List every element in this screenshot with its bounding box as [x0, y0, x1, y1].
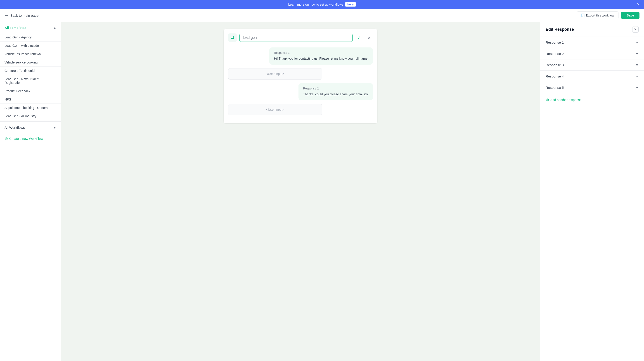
all-workflows-label: All Workflows: [4, 126, 25, 129]
workflow-title-row: ⇄ ✓ ✕: [228, 33, 373, 42]
add-another-response-button[interactable]: ⊕ Add another response: [540, 93, 644, 106]
response-accordion-3: Response 3 ▼: [540, 59, 644, 71]
response-accordion-header-3[interactable]: Response 3 ▼: [540, 59, 644, 70]
right-panel: Edit Response ✕ Response 1 ▼ Response 2 …: [540, 22, 644, 361]
add-another-plus-icon: ⊕: [546, 97, 549, 102]
response-1-text: Hi! Thank you for contacting us. Please …: [274, 56, 368, 61]
main-layout: All Templates ▲ Lead Gen - Agency Lead G…: [0, 22, 644, 361]
banner-here-link[interactable]: here: [345, 2, 356, 6]
workflow-card: ⇄ ✓ ✕ Response 1 Hi! Thank you for conta…: [224, 29, 378, 123]
workflow-icon: ⇄: [228, 33, 237, 42]
nav-actions: 📄 Export this workflow Save: [576, 11, 640, 19]
sidebar: All Templates ▲ Lead Gen - Agency Lead G…: [0, 22, 61, 361]
top-nav: ← Back to main page 📄 Export this workfl…: [0, 9, 644, 22]
response-accordion-header-4[interactable]: Response 4 ▼: [540, 71, 644, 82]
user-input-1-box: <User input>: [228, 68, 322, 79]
sidebar-item-lead-gen-agency[interactable]: Lead Gen - Agency: [0, 33, 61, 41]
response-1-bubble[interactable]: Response 1 Hi! Thank you for contacting …: [269, 47, 373, 65]
sidebar-item-capture-testimonial[interactable]: Capture a Testimonial: [0, 67, 61, 75]
response-accordion-header-5[interactable]: Response 5 ▼: [540, 82, 644, 93]
right-panel-title: Edit Response: [546, 27, 574, 32]
sidebar-item-lead-gen-student[interactable]: Lead Gen - New Student Registration: [0, 75, 61, 87]
response-5-chevron-icon: ▼: [636, 86, 638, 89]
all-templates-label: All Templates: [4, 26, 26, 29]
canvas-area: ⇄ ✓ ✕ Response 1 Hi! Thank you for conta…: [61, 22, 540, 361]
banner-text: Learn more on how to set up workflows: [288, 3, 343, 6]
response-1-label: Response 1: [274, 51, 368, 54]
sidebar-item-vehicle-insurance[interactable]: Vehicle Insurance renewal: [0, 50, 61, 58]
sidebar-item-vehicle-service[interactable]: Vehicle service booking: [0, 58, 61, 67]
response-1-container: Response 1 Hi! Thank you for contacting …: [228, 47, 373, 65]
user-input-2-box: <User input>: [228, 104, 322, 115]
response-accordion-label-5: Response 5: [546, 86, 564, 89]
user-input-2-container: <User input>: [228, 104, 373, 115]
user-input-2-label: <User input>: [266, 108, 284, 111]
response-2-label: Response 2: [303, 87, 368, 90]
response-accordion-label-4: Response 4: [546, 74, 564, 78]
export-label: Export this workflow: [586, 13, 614, 17]
response-accordion-header-1[interactable]: Response 1 ▼: [540, 37, 644, 48]
create-workflow-label: Create a new WorkFlow: [9, 137, 43, 140]
create-workflow-plus-icon: ⊕: [4, 136, 8, 141]
all-workflows-chevron: ▼: [53, 126, 56, 129]
back-arrow-icon: ←: [4, 13, 8, 18]
export-icon: 📄: [581, 13, 585, 17]
sidebar-item-lead-gen-pincode[interactable]: Lead Gen - with pincode: [0, 41, 61, 50]
right-panel-header: Edit Response ✕: [540, 22, 644, 37]
user-input-1-label: <User input>: [266, 72, 284, 76]
right-panel-close-button[interactable]: ✕: [632, 26, 638, 32]
response-2-chevron-icon: ▼: [636, 52, 638, 55]
create-workflow-button[interactable]: ⊕ Create a new WorkFlow: [0, 133, 61, 145]
save-button[interactable]: Save: [621, 12, 640, 19]
response-accordion-1: Response 1 ▼: [540, 37, 644, 48]
banner-close-button[interactable]: ×: [637, 2, 640, 7]
all-templates-chevron: ▲: [53, 26, 56, 29]
response-2-bubble[interactable]: Response 2 Thanks, could you please shar…: [298, 83, 373, 100]
sidebar-item-nps[interactable]: NPS: [0, 95, 61, 104]
all-templates-section-header[interactable]: All Templates ▲: [0, 22, 61, 33]
response-accordion-label-1: Response 1: [546, 40, 564, 44]
response-accordion-5: Response 5 ▼: [540, 82, 644, 93]
export-workflow-button[interactable]: 📄 Export this workflow: [576, 11, 618, 19]
sidebar-item-appointment-booking[interactable]: Appointment booking - General: [0, 104, 61, 112]
title-confirm-button[interactable]: ✓: [355, 34, 363, 41]
add-another-response-label: Add another response: [550, 98, 582, 102]
workflow-title-input[interactable]: [240, 34, 352, 42]
all-workflows-section[interactable]: All Workflows ▼: [0, 122, 61, 133]
workflow-icon-symbol: ⇄: [231, 35, 234, 40]
response-2-text: Thanks, could you please share your emai…: [303, 92, 368, 97]
response-2-container: Response 2 Thanks, could you please shar…: [228, 83, 373, 100]
title-cancel-button[interactable]: ✕: [366, 34, 373, 41]
user-input-1-container: <User input>: [228, 68, 373, 79]
response-accordion-4: Response 4 ▼: [540, 71, 644, 82]
response-accordion-label-2: Response 2: [546, 52, 564, 55]
response-accordion-header-2[interactable]: Response 2 ▼: [540, 48, 644, 59]
response-4-chevron-icon: ▼: [636, 74, 638, 78]
sidebar-item-lead-gen-all[interactable]: Lead Gen - all industry: [0, 112, 61, 120]
back-to-main-link[interactable]: ← Back to main page: [4, 13, 38, 18]
sidebar-item-product-feedback[interactable]: Product Feedback: [0, 87, 61, 95]
info-banner: Learn more on how to set up workflows he…: [0, 0, 644, 9]
response-accordion-label-3: Response 3: [546, 63, 564, 67]
response-3-chevron-icon: ▼: [636, 63, 638, 67]
back-to-main-label: Back to main page: [10, 13, 38, 17]
response-accordion-2: Response 2 ▼: [540, 48, 644, 59]
response-1-chevron-icon: ▼: [636, 41, 638, 44]
